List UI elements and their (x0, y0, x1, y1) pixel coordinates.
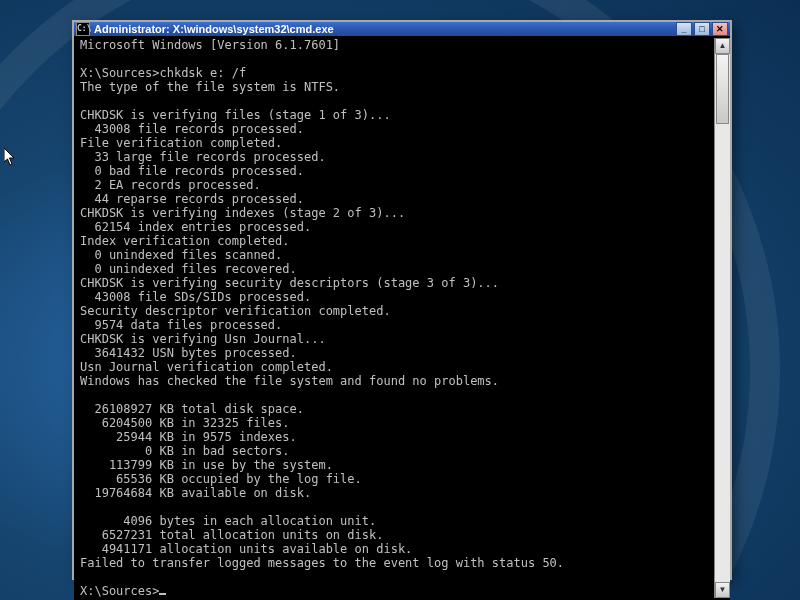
cmd-window: C:\ Administrator: X:\windows\system32\c… (72, 20, 732, 580)
scroll-down-button[interactable]: ▼ (715, 582, 730, 598)
close-button[interactable]: ✕ (712, 22, 728, 36)
window-controls: _ □ ✕ (676, 22, 728, 36)
title-bar[interactable]: C:\ Administrator: X:\windows\system32\c… (74, 22, 730, 36)
scrollbar-thumb[interactable] (716, 54, 729, 124)
vertical-scrollbar[interactable]: ▲ ▼ (714, 38, 730, 598)
window-title: Administrator: X:\windows\system32\cmd.e… (94, 23, 676, 35)
mouse-cursor (4, 148, 16, 166)
scrollbar-track[interactable] (715, 54, 730, 582)
cmd-icon: C:\ (76, 22, 90, 36)
text-cursor (159, 593, 166, 595)
minimize-button[interactable]: _ (676, 22, 692, 36)
console-area: Microsoft Windows [Version 6.1.7601] X:\… (74, 36, 730, 600)
maximize-button[interactable]: □ (694, 22, 710, 36)
scroll-up-button[interactable]: ▲ (715, 38, 730, 54)
console-output[interactable]: Microsoft Windows [Version 6.1.7601] X:\… (80, 38, 714, 598)
